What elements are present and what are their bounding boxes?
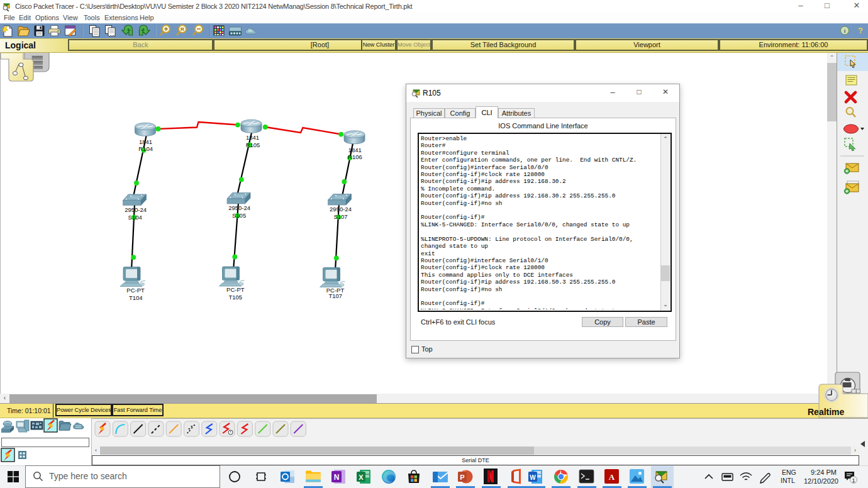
- svg-text:S104: S104: [128, 214, 142, 221]
- svg-text:9:24 PM: 9:24 PM: [811, 469, 837, 476]
- svg-text:R105: R105: [246, 141, 260, 148]
- svg-text:R: R: [181, 26, 184, 32]
- svg-text:ENG: ENG: [782, 469, 796, 476]
- svg-text:12/10/2020: 12/10/2020: [804, 477, 838, 485]
- svg-text:PC-PT: PC-PT: [226, 286, 245, 293]
- svg-text:1: 1: [852, 477, 855, 484]
- svg-text:X: X: [359, 474, 364, 481]
- svg-text:2950-24: 2950-24: [228, 204, 250, 211]
- svg-text:R106: R106: [348, 153, 362, 160]
- svg-text:S105: S105: [232, 212, 246, 219]
- svg-text:2950-24: 2950-24: [330, 206, 352, 213]
- svg-text:1841: 1841: [246, 134, 259, 141]
- svg-text:1841: 1841: [348, 147, 362, 153]
- svg-text:T107: T107: [328, 292, 342, 299]
- svg-text:N: N: [334, 473, 340, 482]
- svg-text:W: W: [530, 474, 536, 481]
- svg-text:INTL: INTL: [781, 477, 795, 484]
- svg-text:1841: 1841: [139, 138, 152, 145]
- svg-text:?: ?: [858, 26, 863, 35]
- svg-text:S107: S107: [333, 213, 347, 220]
- svg-text:2950-24: 2950-24: [125, 206, 147, 213]
- svg-text:PC-PT: PC-PT: [126, 287, 145, 294]
- svg-text:R104: R104: [138, 145, 153, 152]
- svg-text:T105: T105: [228, 294, 242, 301]
- svg-text:T104: T104: [129, 294, 143, 301]
- svg-text:A: A: [609, 472, 615, 482]
- svg-text:P: P: [460, 474, 464, 481]
